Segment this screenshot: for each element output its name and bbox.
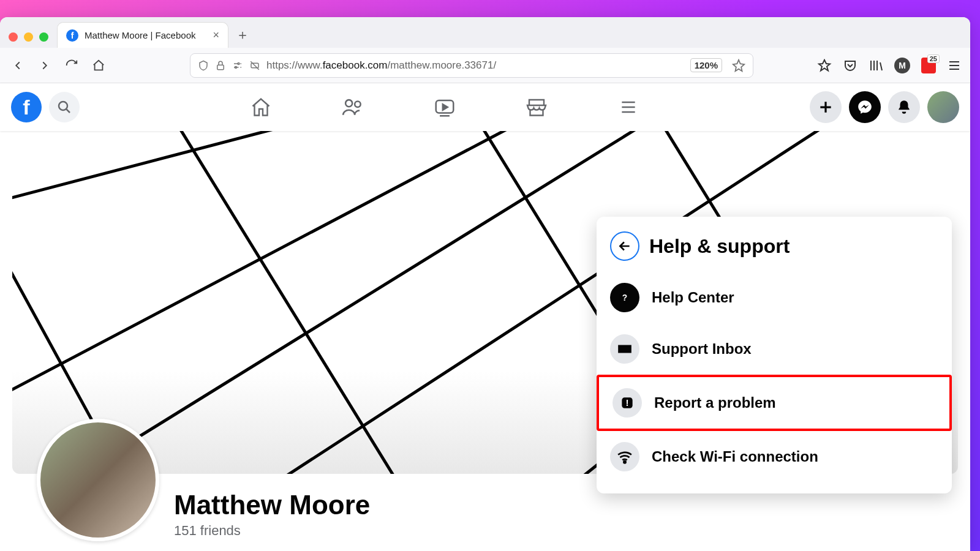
- window-close-icon[interactable]: [9, 32, 18, 42]
- browser-window: f Matthew Moore | Facebook × ＋ https://w…: [0, 17, 970, 551]
- nav-reload-button[interactable]: [62, 56, 81, 75]
- svg-point-4: [59, 102, 67, 110]
- url-bar: https://www.facebook.com/matthew.moore.3…: [0, 48, 970, 83]
- friends-count[interactable]: 151 friends: [174, 523, 370, 539]
- menu-item-support-inbox[interactable]: Support Inbox: [597, 323, 952, 375]
- hamburger-menu-icon[interactable]: [947, 58, 962, 73]
- nav-menu-icon[interactable]: [610, 89, 647, 126]
- dropdown-back-button[interactable]: [610, 231, 639, 261]
- url-text: https://www.facebook.com/matthew.moore.3…: [266, 59, 496, 72]
- search-icon: [57, 100, 72, 114]
- svg-text:?: ?: [622, 293, 627, 302]
- browser-tab[interactable]: f Matthew Moore | Facebook ×: [57, 22, 228, 48]
- facebook-logo-icon[interactable]: f: [11, 92, 42, 122]
- menu-item-label: Support Inbox: [652, 340, 752, 358]
- zoom-badge[interactable]: 120%: [690, 58, 722, 72]
- profile-info: Matthew Moore 151 friends: [174, 490, 370, 541]
- svg-text:!: !: [625, 397, 628, 408]
- nav-friends-icon[interactable]: [334, 89, 371, 126]
- nav-watch-icon[interactable]: [426, 89, 463, 126]
- page-content: f: [0, 83, 970, 551]
- nav-back-button[interactable]: [9, 56, 27, 75]
- adblock-extension-icon[interactable]: 25: [921, 58, 936, 73]
- profile-name: Matthew Moore: [174, 490, 370, 520]
- lock-icon: [215, 60, 226, 71]
- menu-item-label: Check Wi-Fi connection: [652, 448, 818, 465]
- nav-home-button[interactable]: [89, 56, 108, 75]
- facebook-header: f: [0, 83, 970, 131]
- pocket-icon[interactable]: [843, 58, 858, 73]
- tab-title: Matthew Moore | Facebook: [85, 30, 206, 40]
- url-field[interactable]: https://www.facebook.com/matthew.moore.3…: [190, 53, 753, 78]
- fb-search-button[interactable]: [49, 92, 80, 122]
- tracking-blocked-icon: [249, 60, 260, 71]
- envelope-icon: [610, 334, 639, 364]
- browser-right-icons: M 25: [817, 58, 962, 73]
- bookmark-star-icon[interactable]: [732, 59, 745, 72]
- extension-badge-count: 25: [927, 54, 940, 63]
- fb-right-buttons: [810, 91, 959, 123]
- svg-point-12: [624, 461, 625, 463]
- tab-close-icon[interactable]: ×: [213, 29, 219, 42]
- fb-center-nav: [80, 89, 810, 126]
- profile-avatar-button[interactable]: [927, 91, 959, 123]
- menu-item-check-wifi[interactable]: Check Wi-Fi connection: [597, 431, 952, 482]
- nav-forward-button[interactable]: [36, 56, 54, 75]
- help-icon: ?: [610, 283, 639, 312]
- account-avatar-icon[interactable]: M: [894, 58, 910, 73]
- svg-point-6: [355, 102, 361, 108]
- tab-strip: f Matthew Moore | Facebook × ＋: [0, 17, 970, 48]
- messenger-button[interactable]: [849, 91, 881, 123]
- help-support-dropdown: Help & support ? Help Center Support Inb…: [597, 217, 952, 493]
- shield-icon: [198, 60, 209, 71]
- arrow-left-icon: [617, 238, 633, 254]
- window-maximize-icon[interactable]: [39, 32, 48, 42]
- dropdown-title: Help & support: [649, 235, 790, 258]
- create-button[interactable]: [810, 91, 842, 123]
- menu-item-label: Report a problem: [654, 394, 776, 411]
- permissions-icon: [232, 60, 243, 71]
- svg-rect-0: [217, 65, 224, 70]
- traffic-lights: [6, 32, 57, 48]
- profile-picture[interactable]: [37, 419, 159, 541]
- dropdown-header: Help & support: [597, 228, 952, 272]
- menu-item-report-problem[interactable]: ! Report a problem: [597, 375, 952, 431]
- notifications-button[interactable]: [888, 91, 920, 123]
- report-icon: !: [612, 388, 642, 418]
- new-tab-button[interactable]: ＋: [232, 24, 253, 45]
- menu-item-label: Help Center: [652, 289, 734, 306]
- nav-marketplace-icon[interactable]: [518, 89, 555, 126]
- window-minimize-icon[interactable]: [24, 32, 33, 42]
- svg-point-5: [345, 100, 352, 107]
- library-icon[interactable]: [869, 58, 883, 73]
- nav-home-icon[interactable]: [243, 89, 279, 126]
- facebook-favicon-icon: f: [66, 29, 78, 42]
- wifi-icon: [610, 442, 639, 471]
- menu-item-help-center[interactable]: ? Help Center: [597, 272, 952, 323]
- extensions-icon[interactable]: [817, 58, 832, 73]
